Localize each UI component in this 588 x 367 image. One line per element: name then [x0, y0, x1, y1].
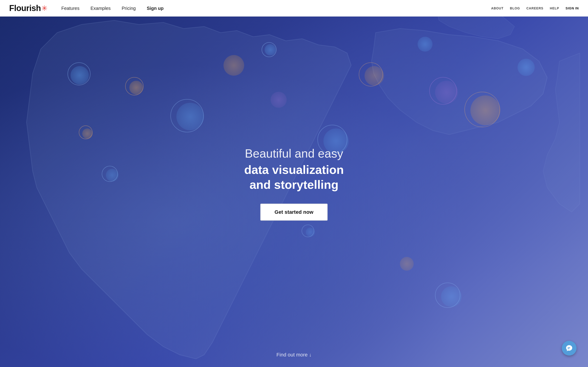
site-header: Flourish✳ Features Examples Pricing Sign… — [0, 0, 588, 17]
primary-nav: Features Examples Pricing Sign up — [61, 6, 491, 11]
logo-text: Flourish — [9, 3, 41, 13]
hero-title: data visualization and storytelling — [244, 162, 344, 192]
data-bubble — [418, 37, 432, 52]
ring-bubble — [170, 99, 204, 132]
ring-bubble — [125, 77, 144, 95]
nav-help[interactable]: HELP — [550, 6, 559, 10]
logo-asterisk: ✳ — [41, 4, 48, 13]
chat-icon — [565, 344, 573, 352]
data-bubble — [518, 59, 535, 76]
nav-careers[interactable]: CAREERS — [527, 6, 544, 10]
data-bubble — [224, 55, 244, 76]
logo-link[interactable]: Flourish✳ — [9, 3, 48, 13]
secondary-nav: ABOUT BLOG CAREERS HELP SIGN IN — [491, 6, 579, 10]
hero-subtitle: Beautiful and easy — [244, 146, 344, 161]
ring-bubble — [464, 92, 500, 127]
nav-signin[interactable]: SIGN IN — [565, 6, 579, 10]
ring-bubble — [435, 283, 460, 308]
data-bubble — [271, 92, 287, 108]
cta-button[interactable]: Get started now — [260, 204, 328, 221]
data-bubble — [400, 257, 414, 271]
ring-bubble — [68, 62, 90, 85]
nav-features[interactable]: Features — [61, 6, 79, 11]
ring-bubble — [102, 166, 118, 182]
chat-button[interactable] — [562, 341, 577, 356]
ring-bubble — [262, 42, 277, 57]
nav-about[interactable]: ABOUT — [491, 6, 503, 10]
nav-pricing[interactable]: Pricing — [122, 6, 136, 11]
hero-content: Beautiful and easy data visualization an… — [244, 146, 344, 221]
ring-bubble — [359, 62, 383, 86]
find-out-more[interactable]: Find out more ↓ — [277, 352, 312, 358]
ring-bubble — [79, 125, 93, 139]
nav-examples[interactable]: Examples — [90, 6, 111, 11]
nav-signup[interactable]: Sign up — [147, 6, 164, 11]
nav-blog[interactable]: BLOG — [510, 6, 520, 10]
ring-bubble — [429, 77, 457, 105]
hero-section: MOBILE DESKTOP OTHER Beautiful and easy … — [0, 0, 588, 367]
